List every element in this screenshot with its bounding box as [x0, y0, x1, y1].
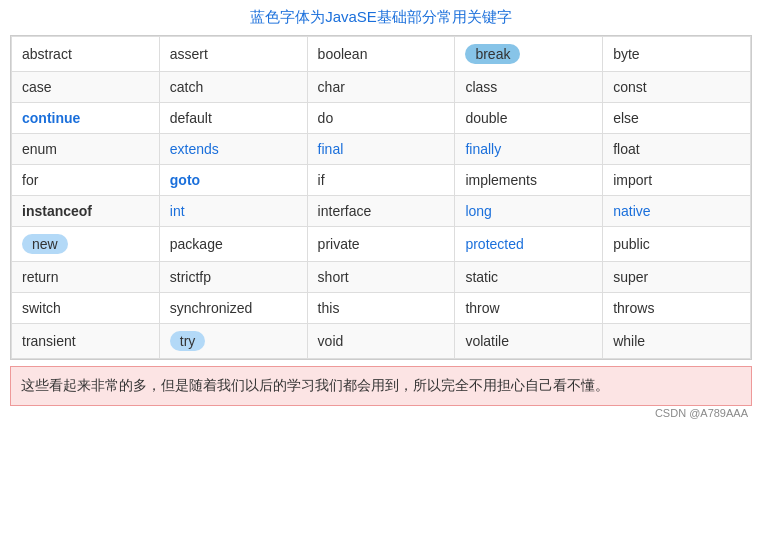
keyword-normal: char — [318, 79, 345, 95]
table-cell: public — [603, 227, 751, 262]
table-row: enumextendsfinalfinallyfloat — [12, 134, 751, 165]
table-cell: boolean — [307, 37, 455, 72]
keyword-normal: float — [613, 141, 639, 157]
table-cell: default — [159, 103, 307, 134]
keyword-normal: this — [318, 300, 340, 316]
table-cell: finally — [455, 134, 603, 165]
table-row: instanceofintinterfacelongnative — [12, 196, 751, 227]
table-cell: volatile — [455, 324, 603, 359]
table-cell: char — [307, 72, 455, 103]
keyword-normal: throws — [613, 300, 654, 316]
table-row: abstractassertbooleanbreakbyte — [12, 37, 751, 72]
table-cell: do — [307, 103, 455, 134]
table-cell: extends — [159, 134, 307, 165]
table-cell: this — [307, 293, 455, 324]
table-cell: static — [455, 262, 603, 293]
table-cell: goto — [159, 165, 307, 196]
keyword-normal: static — [465, 269, 498, 285]
keyword-normal: assert — [170, 46, 208, 62]
keyword-normal: private — [318, 236, 360, 252]
keyword-blue: native — [613, 203, 650, 219]
page-container: 蓝色字体为JavaSE基础部分常用关键字 abstractassertboole… — [0, 0, 762, 419]
table-cell: double — [455, 103, 603, 134]
table-cell: catch — [159, 72, 307, 103]
keyword-normal: else — [613, 110, 639, 126]
table-cell: strictfp — [159, 262, 307, 293]
table-cell: for — [12, 165, 160, 196]
table-cell: break — [455, 37, 603, 72]
keyword-normal: case — [22, 79, 52, 95]
table-cell: final — [307, 134, 455, 165]
keyword-normal: import — [613, 172, 652, 188]
keyword-blue: int — [170, 203, 185, 219]
keyword-normal: super — [613, 269, 648, 285]
keyword-normal: byte — [613, 46, 639, 62]
keyword-normal: catch — [170, 79, 203, 95]
table-row: continuedefaultdodoubleelse — [12, 103, 751, 134]
table-cell: throws — [603, 293, 751, 324]
table-cell: short — [307, 262, 455, 293]
keyword-normal: return — [22, 269, 59, 285]
table-cell: return — [12, 262, 160, 293]
keyword-normal: class — [465, 79, 497, 95]
table-cell: assert — [159, 37, 307, 72]
table-cell: package — [159, 227, 307, 262]
table-cell: while — [603, 324, 751, 359]
table-cell: continue — [12, 103, 160, 134]
table-row: newpackageprivateprotectedpublic — [12, 227, 751, 262]
table-cell: native — [603, 196, 751, 227]
watermark: CSDN @A789AAA — [10, 407, 752, 419]
keyword-normal: instanceof — [22, 203, 92, 219]
keyword-normal: short — [318, 269, 349, 285]
keyword-normal: do — [318, 110, 334, 126]
keyword-normal: const — [613, 79, 646, 95]
table-cell: private — [307, 227, 455, 262]
table-cell: class — [455, 72, 603, 103]
keyword-normal: volatile — [465, 333, 509, 349]
keyword-normal: for — [22, 172, 38, 188]
table-cell: if — [307, 165, 455, 196]
keyword-normal: boolean — [318, 46, 368, 62]
table-cell: transient — [12, 324, 160, 359]
table-row: casecatchcharclassconst — [12, 72, 751, 103]
table-cell: int — [159, 196, 307, 227]
keyword-normal: implements — [465, 172, 537, 188]
keyword-blue: final — [318, 141, 344, 157]
table-cell: float — [603, 134, 751, 165]
table-cell: abstract — [12, 37, 160, 72]
table-row: forgotoifimplementsimport — [12, 165, 751, 196]
keyword-normal: throw — [465, 300, 499, 316]
keyword-normal: strictfp — [170, 269, 211, 285]
keyword-highlighted: try — [170, 331, 206, 351]
keyword-blue: finally — [465, 141, 501, 157]
table-cell: instanceof — [12, 196, 160, 227]
keyword-normal: abstract — [22, 46, 72, 62]
keywords-table-wrapper: abstractassertbooleanbreakbytecasecatchc… — [10, 35, 752, 360]
keyword-highlighted: new — [22, 234, 68, 254]
keyword-normal: while — [613, 333, 645, 349]
keyword-normal: enum — [22, 141, 57, 157]
table-row: returnstrictfpshortstaticsuper — [12, 262, 751, 293]
keyword-highlighted: break — [465, 44, 520, 64]
keyword-normal: synchronized — [170, 300, 253, 316]
table-cell: else — [603, 103, 751, 134]
keyword-normal: transient — [22, 333, 76, 349]
footer-text: 这些看起来非常的多，但是随着我们以后的学习我们都会用到，所以完全不用担心自己看不… — [21, 378, 609, 393]
keyword-blue: continue — [22, 110, 80, 126]
footer-note: 这些看起来非常的多，但是随着我们以后的学习我们都会用到，所以完全不用担心自己看不… — [10, 366, 752, 406]
keyword-normal: switch — [22, 300, 61, 316]
table-cell: case — [12, 72, 160, 103]
keyword-normal: void — [318, 333, 344, 349]
keyword-normal: interface — [318, 203, 372, 219]
keyword-normal: if — [318, 172, 325, 188]
page-title: 蓝色字体为JavaSE基础部分常用关键字 — [10, 8, 752, 27]
keyword-normal: public — [613, 236, 650, 252]
table-cell: interface — [307, 196, 455, 227]
keyword-blue: extends — [170, 141, 219, 157]
keywords-table: abstractassertbooleanbreakbytecasecatchc… — [11, 36, 751, 359]
table-cell: try — [159, 324, 307, 359]
table-cell: super — [603, 262, 751, 293]
table-cell: import — [603, 165, 751, 196]
table-cell: byte — [603, 37, 751, 72]
table-cell: enum — [12, 134, 160, 165]
